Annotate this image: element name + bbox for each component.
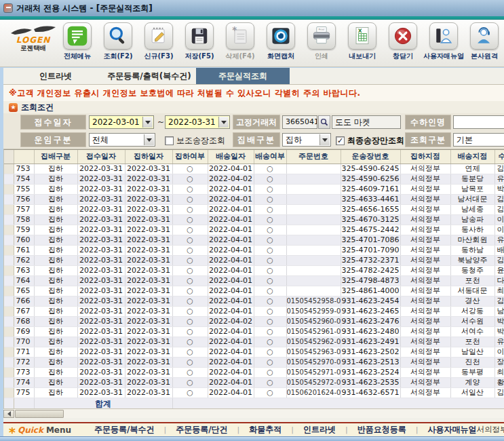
tab-0[interactable]: 인트라넷 bbox=[9, 68, 102, 84]
client-search-button[interactable] bbox=[318, 115, 330, 129]
grid-cell: 01505452960-0 bbox=[286, 316, 341, 326]
table-row[interactable]: 773집하2022-03-312022-03-31○2022-04-01○015… bbox=[4, 367, 504, 377]
save-button[interactable]: 저장(F5) bbox=[179, 22, 220, 61]
quick-menu-item-5[interactable]: 사용자매뉴얼 bbox=[427, 424, 476, 436]
column-header[interactable]: 주문번호 bbox=[286, 150, 341, 164]
grid-cell: 동청주 bbox=[450, 265, 495, 275]
column-header[interactable]: 집하일자 bbox=[125, 150, 172, 164]
table-row[interactable]: 756집하2022-03-312022-03-31○2022-04-01○325… bbox=[4, 194, 504, 204]
table-row[interactable]: 758집하2022-03-312022-03-31○2022-04-01○325… bbox=[4, 214, 504, 225]
table-row[interactable]: 768집하2022-03-312022-03-31○2022-04-02○015… bbox=[4, 316, 504, 326]
full-menu-button[interactable]: 전체메뉴 bbox=[57, 22, 98, 61]
horizontal-scrollbar[interactable] bbox=[3, 408, 504, 418]
freight-dropdown-icon[interactable] bbox=[144, 134, 154, 145]
query-type-label: 조회구분 bbox=[405, 132, 451, 147]
date-from-dropdown-icon[interactable] bbox=[142, 117, 153, 128]
table-row[interactable]: 770집하2022-03-312022-03-31○2022-04-01○015… bbox=[4, 337, 504, 347]
quick-menu-item-4[interactable]: 반품요청등록 bbox=[357, 424, 406, 436]
print-button[interactable]: Print인쇄 bbox=[301, 22, 342, 61]
logo-brand-text: LOGEN bbox=[9, 36, 57, 44]
receipt-date-to-input[interactable]: 2022-03-31 bbox=[165, 115, 230, 129]
grid-cell: 이 bbox=[495, 214, 504, 225]
scrollbar-thumb[interactable] bbox=[15, 410, 64, 418]
column-header[interactable]: 접수일자 bbox=[77, 150, 125, 164]
grid-cell: 01505452961-0 bbox=[286, 326, 341, 337]
table-row[interactable]: 754집하2022-03-312022-03-31○2022-04-02○325… bbox=[4, 174, 504, 184]
table-row[interactable]: 760집하2022-03-312022-03-31○2022-04-01○325… bbox=[4, 235, 504, 245]
quick-menu-item-3[interactable]: 인트라넷 bbox=[303, 424, 336, 436]
column-header[interactable]: 집하지점 bbox=[400, 150, 450, 164]
delete-button[interactable]: *삭제(F4) bbox=[220, 22, 260, 61]
table-row[interactable]: 774집하2022-03-312022-03-31○2022-04-01○015… bbox=[4, 377, 504, 387]
quick-menu-item-2[interactable]: 화물추적 bbox=[249, 424, 282, 436]
aux-invoice-checkbox[interactable]: 보조송장조회 bbox=[165, 135, 225, 147]
user-manual-button[interactable]: 사용자매뉴얼 bbox=[423, 22, 464, 61]
query-type-select[interactable]: 기본 bbox=[453, 133, 504, 147]
column-header[interactable]: 배송일자 bbox=[208, 150, 254, 164]
table-row[interactable]: 759집하2022-03-312022-03-31○2022-04-01○325… bbox=[4, 225, 504, 235]
grid-cell: 이 bbox=[495, 225, 504, 235]
quick-menu-item-1[interactable]: 주문등록/단건 bbox=[176, 424, 227, 436]
column-header[interactable] bbox=[14, 150, 34, 164]
quick-menu-item-0[interactable]: 주문등록/복수건 bbox=[94, 424, 154, 436]
pickup-dropdown-icon[interactable] bbox=[319, 134, 330, 145]
pickup-type-select[interactable]: 집하 bbox=[282, 133, 331, 147]
grid-cell bbox=[286, 275, 341, 286]
table-row[interactable]: 769집하2022-03-312022-03-31○2022-04-01○015… bbox=[4, 326, 504, 337]
close-window-button[interactable]: 창닫기 bbox=[383, 22, 423, 61]
table-row[interactable]: 763집하2022-03-312022-03-31○2022-04-01○325… bbox=[4, 265, 504, 275]
table-row[interactable]: 755집하2022-03-312022-03-31○2022-04-01○325… bbox=[4, 184, 504, 194]
consignee-input[interactable] bbox=[453, 115, 504, 129]
scroll-left-arrow-icon[interactable] bbox=[3, 410, 14, 418]
column-header[interactable]: 집배구분 bbox=[34, 150, 77, 164]
grid-cell: 동부평 bbox=[450, 367, 495, 377]
close-icon bbox=[389, 22, 417, 50]
column-header[interactable]: 배송지점 bbox=[450, 150, 495, 164]
freight-type-select[interactable]: 전체 bbox=[89, 133, 155, 147]
table-row[interactable]: 765집하2022-03-312022-03-31○2022-04-01○325… bbox=[4, 286, 504, 296]
grid-cell: ○ bbox=[172, 306, 208, 316]
grid-cell: 서의정부 bbox=[400, 204, 450, 214]
tab-2[interactable]: 주문실적조회 bbox=[196, 68, 290, 84]
fixed-client-name-input[interactable]: 도도 마켓 bbox=[332, 115, 401, 129]
grid-cell: 2022-03-31 bbox=[77, 245, 125, 255]
table-row[interactable]: 766집하2022-03-312022-03-31○2022-04-01○015… bbox=[4, 296, 504, 306]
screen-capture-button[interactable]: 화면캡처 bbox=[260, 22, 301, 61]
row-filler bbox=[4, 245, 14, 255]
grid-cell: 집하 bbox=[34, 245, 77, 255]
table-row[interactable]: 764집하2022-03-312022-03-31○2022-04-01○325… bbox=[4, 275, 504, 286]
table-row[interactable]: 771집하2022-03-312022-03-31○2022-04-01○015… bbox=[4, 347, 504, 357]
table-row[interactable]: 757집하2022-03-312022-03-31○2022-04-01○325… bbox=[4, 204, 504, 214]
final-only-checkbox[interactable]: ✓ 최종송장만조회 bbox=[336, 135, 404, 147]
grid-cell: 931-4623-2454 bbox=[341, 296, 400, 306]
table-row[interactable]: 762집하2022-03-312022-03-31○2022-04-01○325… bbox=[4, 255, 504, 265]
hq-remote-button[interactable]: 본사원격 bbox=[464, 22, 504, 61]
new-button[interactable]: 신규(F3) bbox=[138, 22, 179, 61]
final-only-checkbox-box[interactable]: ✓ bbox=[336, 136, 345, 145]
grid-cell: ○ bbox=[172, 245, 208, 255]
grid-cell: 서강동 bbox=[450, 306, 495, 316]
table-row[interactable]: 772집하2022-03-312022-03-31○2022-04-01○015… bbox=[4, 357, 504, 367]
table-row[interactable]: 767집하2022-03-312022-03-31○2022-04-01○015… bbox=[4, 306, 504, 316]
table-row[interactable]: 753집하2022-03-312022-03-31○2022-04-01○325… bbox=[4, 164, 504, 174]
column-header[interactable]: 배송여부 bbox=[254, 150, 286, 164]
grid-cell: 2022-04-01 bbox=[208, 347, 254, 357]
receipt-date-from-input[interactable]: 2022-03-01 bbox=[89, 115, 154, 129]
row-filler bbox=[4, 387, 14, 398]
grid-cell: 931-4632-6571 bbox=[341, 387, 400, 398]
table-row[interactable]: 761집하2022-03-312022-03-31○2022-04-01○325… bbox=[4, 245, 504, 255]
column-header[interactable]: 운송장번호 bbox=[341, 150, 400, 164]
table-row[interactable]: 775집하2022-03-312022-03-31○2022-04-01○015… bbox=[4, 387, 504, 398]
grid-cell: ○ bbox=[172, 387, 208, 398]
grid-cell: 집하 bbox=[34, 357, 77, 367]
grid-cell: ○ bbox=[172, 235, 208, 245]
fixed-client-code-input[interactable]: 36650419 bbox=[282, 115, 317, 129]
grid-cell: 유 bbox=[495, 235, 504, 245]
column-header[interactable]: 수하인명 bbox=[495, 150, 504, 164]
column-header[interactable]: 집하여부 bbox=[172, 150, 208, 164]
search-button[interactable]: 조회(F2) bbox=[98, 22, 138, 61]
tab-1[interactable]: 주문등록/출력(복수건) bbox=[102, 68, 196, 84]
export-button[interactable]: X내보내기 bbox=[342, 22, 383, 61]
aux-invoice-checkbox-box[interactable] bbox=[165, 136, 174, 145]
date-to-dropdown-icon[interactable] bbox=[218, 117, 229, 128]
